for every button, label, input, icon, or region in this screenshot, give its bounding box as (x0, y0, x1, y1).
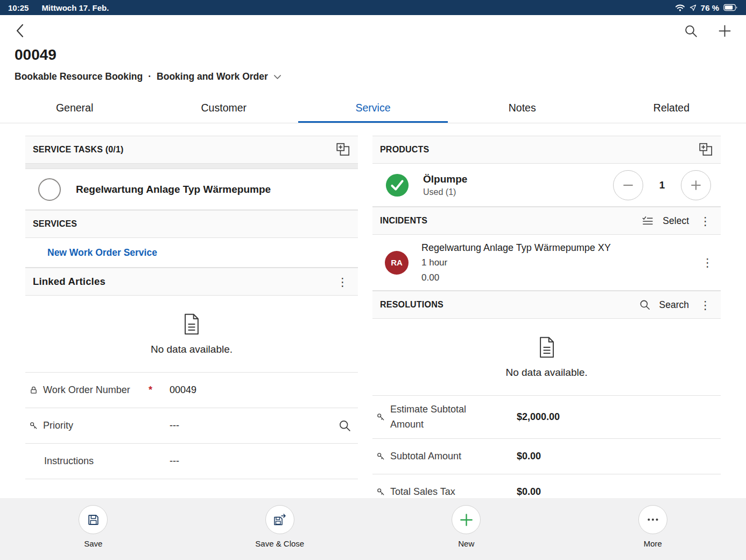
total-sales-tax-label-wrap: Total Sales Tax (377, 485, 512, 497)
app-screen: 10:25 Mittwoch 17. Feb. 76 % (0, 0, 746, 560)
add-icon[interactable] (717, 24, 732, 38)
resolutions-header: RESOLUTIONS Search ⋮ (372, 291, 721, 319)
resolutions-actions: Search ⋮ (639, 299, 713, 311)
quick-add-product-icon[interactable] (699, 143, 713, 157)
product-name: Ölpumpe (423, 173, 467, 185)
new-label: New (458, 539, 474, 548)
incidents-select-button[interactable]: Select (663, 215, 689, 227)
quantity-value[interactable]: 1 (657, 179, 667, 191)
multi-select-icon[interactable] (642, 215, 654, 227)
new-work-order-service-link[interactable]: New Work Order Service (47, 247, 157, 258)
total-sales-tax-label: Total Sales Tax (390, 485, 455, 497)
linked-articles-header: Linked Articles ⋮ (25, 268, 358, 296)
nav-actions (684, 24, 732, 38)
resolutions-search-button[interactable]: Search (659, 299, 689, 311)
search-icon[interactable] (684, 24, 698, 38)
resolutions-title: RESOLUTIONS (380, 300, 444, 310)
work-order-number-value: 00049 (170, 384, 196, 396)
back-button[interactable] (14, 23, 27, 39)
service-tasks-divider (25, 164, 358, 169)
incident-amount: 0.00 (421, 270, 611, 285)
estimate-subtotal-label: Estimate Subtotal Amount (390, 402, 488, 432)
incidents-kebab-icon[interactable]: ⋮ (698, 215, 713, 227)
chevron-down-icon[interactable] (273, 74, 281, 80)
services-title: SERVICES (33, 219, 77, 229)
task-incomplete-checkbox[interactable] (38, 178, 61, 201)
status-bar-right: 76 % (675, 3, 738, 12)
breadcrumb-separator: · (148, 71, 151, 82)
save-icon (79, 505, 108, 534)
subtotal-label-wrap: Subtotal Amount (377, 449, 512, 464)
status-bar: 10:25 Mittwoch 17. Feb. 76 % (0, 0, 746, 15)
subtotal-label: Subtotal Amount (390, 449, 461, 464)
battery-percent: 76 % (701, 3, 719, 12)
resolutions-search-icon[interactable] (639, 299, 651, 311)
service-task-row[interactable]: Regelwartung Anlage Typ Wärmepumpe (25, 169, 358, 210)
new-service-row: New Work Order Service (25, 238, 358, 268)
quick-add-record-icon[interactable] (336, 143, 350, 157)
incident-avatar: RA (385, 251, 409, 275)
save-and-close-button[interactable]: Save & Close (187, 498, 374, 560)
more-ellipsis-icon (638, 505, 667, 534)
new-plus-icon (452, 505, 481, 534)
priority-label-wrap: Priority (30, 418, 165, 433)
tab-customer[interactable]: Customer (149, 95, 298, 123)
new-button[interactable]: New (373, 498, 560, 560)
tab-related[interactable]: Related (597, 95, 746, 123)
total-sales-tax-field[interactable]: Total Sales Tax $0.00 (372, 474, 721, 497)
priority-label: Priority (43, 418, 73, 433)
service-tasks-title: SERVICE TASKS (0/1) (33, 145, 124, 155)
tab-general[interactable]: General (0, 95, 149, 123)
resolutions-kebab-icon[interactable]: ⋮ (698, 299, 713, 311)
incident-duration: 1 hour (421, 255, 611, 270)
subtotal-field[interactable]: Subtotal Amount $0.00 (372, 439, 721, 474)
total-sales-tax-value: $0.00 (517, 486, 541, 497)
more-button[interactable]: More (560, 498, 746, 560)
task-name: Regelwartung Anlage Typ Wärmepumpe (76, 184, 271, 195)
save-label: Save (84, 539, 102, 548)
quantity-controls: 1 (613, 170, 711, 200)
more-label: More (644, 539, 662, 548)
quantity-increase-button[interactable] (681, 170, 711, 200)
product-row[interactable]: Ölpumpe Used (1) 1 (372, 164, 721, 207)
subtotal-value: $0.00 (517, 451, 541, 462)
estimate-subtotal-field[interactable]: Estimate Subtotal Amount $2,000.00 (372, 396, 721, 439)
document-icon (535, 335, 559, 359)
key-icon (30, 422, 38, 430)
linked-articles-empty-state: No data available. (25, 296, 358, 373)
tab-notes[interactable]: Notes (448, 95, 597, 123)
save-button[interactable]: Save (0, 498, 187, 560)
content-area: SERVICE TASKS (0/1) Regelwartung Anlage … (0, 123, 746, 497)
breadcrumb: Bookable Resource Booking · Booking and … (15, 71, 746, 82)
priority-lookup-icon[interactable] (338, 419, 351, 432)
lock-icon (30, 386, 38, 394)
estimate-subtotal-label-wrap: Estimate Subtotal Amount (377, 402, 512, 432)
tab-service[interactable]: Service (298, 95, 447, 123)
incident-kebab-icon[interactable]: ⋮ (700, 257, 715, 268)
key-icon (377, 413, 385, 421)
breadcrumb-form-selector[interactable]: Booking and Work Order (157, 71, 268, 82)
page-title: 00049 (15, 46, 746, 64)
priority-field[interactable]: Priority --- (25, 408, 358, 444)
incidents-actions: Select ⋮ (642, 215, 713, 227)
bottom-toolbar: Save Save & Close New More (0, 498, 746, 560)
instructions-value: --- (170, 456, 179, 467)
key-icon (377, 452, 385, 460)
products-header: PRODUCTS (372, 136, 721, 164)
quantity-decrease-button[interactable] (613, 170, 643, 200)
product-info: Ölpumpe Used (1) (423, 173, 467, 197)
left-column: SERVICE TASKS (0/1) Regelwartung Anlage … (25, 136, 358, 497)
instructions-label-wrap: Instructions (30, 454, 165, 469)
work-order-number-field[interactable]: Work Order Number * 00049 (25, 373, 358, 408)
work-order-number-label: Work Order Number (43, 383, 130, 398)
work-order-number-label-wrap: Work Order Number * (30, 383, 165, 398)
instructions-field[interactable]: Instructions --- (25, 444, 358, 479)
clock: 10:25 (8, 3, 29, 12)
battery-icon (723, 4, 738, 11)
incidents-title: INCIDENTS (380, 216, 427, 226)
tab-bar: General Customer Service Notes Related (0, 95, 746, 123)
estimate-subtotal-value: $2,000.00 (517, 411, 560, 423)
incident-row[interactable]: RA Regelwartung Anlage Typ Wärmepumpe XY… (372, 235, 721, 291)
incident-details: Regelwartung Anlage Typ Wärmepumpe XY 1 … (421, 240, 611, 285)
linked-articles-kebab-icon[interactable]: ⋮ (335, 276, 350, 288)
